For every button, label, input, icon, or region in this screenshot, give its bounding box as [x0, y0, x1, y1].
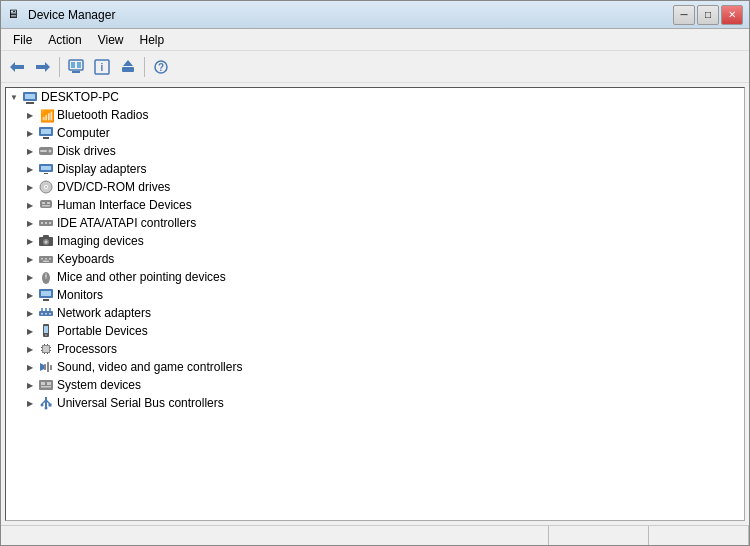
- svg-rect-37: [49, 222, 51, 224]
- svg-rect-67: [50, 347, 51, 348]
- tree-item[interactable]: ▶ Network adapters: [6, 304, 744, 322]
- item-label-6: IDE ATA/ATAPI controllers: [57, 216, 196, 230]
- tree-item[interactable]: ▶ Keyboards: [6, 250, 744, 268]
- close-button[interactable]: ✕: [721, 5, 743, 25]
- item-label-11: Network adapters: [57, 306, 151, 320]
- item-label-1: Computer: [57, 126, 110, 140]
- svg-rect-61: [44, 326, 48, 333]
- item-icon-8: [38, 251, 54, 267]
- svg-rect-64: [43, 346, 49, 352]
- tree-item[interactable]: ▶ Sound, video and game controllers: [6, 358, 744, 376]
- svg-rect-54: [41, 313, 43, 315]
- tree-item[interactable]: ▶ System devices: [6, 376, 744, 394]
- svg-rect-74: [44, 364, 46, 370]
- title-bar-left: 🖥 Device Manager: [7, 7, 115, 23]
- svg-rect-30: [40, 200, 52, 208]
- svg-text:i: i: [101, 62, 104, 73]
- svg-rect-75: [47, 362, 49, 372]
- svg-rect-69: [44, 344, 45, 345]
- root-label: DESKTOP-PC: [41, 90, 119, 104]
- item-expand-arrow-8: ▶: [22, 251, 38, 267]
- svg-rect-71: [44, 353, 45, 354]
- svg-rect-51: [41, 291, 51, 296]
- svg-rect-78: [41, 382, 45, 385]
- svg-point-86: [45, 407, 48, 410]
- svg-point-84: [41, 404, 44, 407]
- tree-item[interactable]: ▶ Human Interface Devices: [6, 196, 744, 214]
- svg-rect-1: [15, 65, 24, 69]
- tree-item[interactable]: ▶ Processors: [6, 340, 744, 358]
- menu-file[interactable]: File: [5, 31, 40, 49]
- svg-rect-7: [72, 71, 80, 73]
- menu-help[interactable]: Help: [132, 31, 173, 49]
- menu-view[interactable]: View: [90, 31, 132, 49]
- svg-rect-80: [41, 386, 51, 388]
- tree-item[interactable]: ▶ Mice and other pointing devices: [6, 268, 744, 286]
- tree-item[interactable]: ▶ IDE ATA/ATAPI controllers: [6, 214, 744, 232]
- toolbar-separator-2: [144, 57, 145, 77]
- tree-panel[interactable]: ▼ DESKTOP-PC ▶ 📶 Bluetooth Radios ▶ Comp…: [5, 87, 745, 521]
- menu-bar: File Action View Help: [1, 29, 749, 51]
- item-icon-6: [38, 215, 54, 231]
- item-label-3: Display adapters: [57, 162, 146, 176]
- svg-rect-56: [49, 313, 51, 315]
- root-icon: [22, 89, 38, 105]
- properties-button[interactable]: i: [90, 55, 114, 79]
- tree-root[interactable]: ▼ DESKTOP-PC: [6, 88, 744, 106]
- window-title: Device Manager: [28, 8, 115, 22]
- item-expand-arrow-3: ▶: [22, 161, 38, 177]
- tree-item[interactable]: ▶ Display adapters: [6, 160, 744, 178]
- item-icon-10: [38, 287, 54, 303]
- svg-rect-76: [50, 365, 52, 370]
- svg-text:📶: 📶: [40, 108, 54, 123]
- minimize-button[interactable]: ─: [673, 5, 695, 25]
- tree-item[interactable]: ▶ Monitors: [6, 286, 744, 304]
- item-icon-12: [38, 323, 54, 339]
- svg-rect-32: [47, 202, 50, 204]
- help-button[interactable]: ?: [149, 55, 173, 79]
- svg-rect-79: [47, 382, 51, 385]
- maximize-button[interactable]: □: [697, 5, 719, 25]
- tree-item[interactable]: ▶ Portable Devices: [6, 322, 744, 340]
- svg-marker-2: [45, 62, 50, 72]
- svg-point-22: [49, 150, 52, 153]
- svg-rect-25: [41, 166, 51, 170]
- item-expand-arrow-14: ▶: [22, 359, 38, 375]
- svg-rect-70: [47, 344, 48, 345]
- status-seg3: [649, 526, 749, 545]
- forward-button[interactable]: [31, 55, 55, 79]
- item-label-12: Portable Devices: [57, 324, 148, 338]
- item-expand-arrow-12: ▶: [22, 323, 38, 339]
- tree-item[interactable]: ▶ Universal Serial Bus controllers: [6, 394, 744, 412]
- svg-rect-81: [45, 397, 47, 407]
- tree-item[interactable]: ▶ Disk drives: [6, 142, 744, 160]
- tree-item[interactable]: ▶ Computer: [6, 124, 744, 142]
- svg-rect-85: [49, 404, 52, 407]
- tree-item[interactable]: ▶ Imaging devices: [6, 232, 744, 250]
- svg-marker-11: [123, 60, 133, 66]
- item-expand-arrow-7: ▶: [22, 233, 38, 249]
- menu-action[interactable]: Action: [40, 31, 89, 49]
- item-icon-1: [38, 125, 54, 141]
- tree-item[interactable]: ▶ 📶 Bluetooth Radios: [6, 106, 744, 124]
- svg-rect-26: [44, 173, 48, 174]
- back-button[interactable]: [5, 55, 29, 79]
- svg-marker-73: [40, 363, 44, 371]
- item-expand-arrow-5: ▶: [22, 197, 38, 213]
- svg-rect-68: [50, 350, 51, 351]
- item-icon-7: [38, 233, 54, 249]
- svg-rect-3: [36, 65, 45, 69]
- svg-point-62: [45, 334, 47, 336]
- item-label-7: Imaging devices: [57, 234, 144, 248]
- tree-item[interactable]: ▶ DVD/CD-ROM drives: [6, 178, 744, 196]
- svg-rect-44: [45, 258, 47, 260]
- item-label-8: Keyboards: [57, 252, 114, 266]
- svg-rect-72: [47, 353, 48, 354]
- item-icon-9: [38, 269, 54, 285]
- item-icon-3: [38, 161, 54, 177]
- update-driver-button[interactable]: [116, 55, 140, 79]
- toolbar: i ?: [1, 51, 749, 83]
- show-hide-button[interactable]: [64, 55, 88, 79]
- title-bar: 🖥 Device Manager ─ □ ✕: [1, 1, 749, 29]
- item-label-14: Sound, video and game controllers: [57, 360, 242, 374]
